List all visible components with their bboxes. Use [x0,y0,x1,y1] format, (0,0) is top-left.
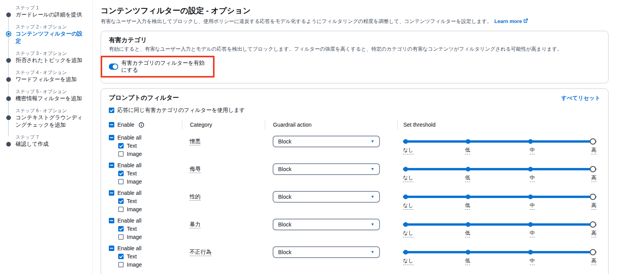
threshold-label-low[interactable]: 低 [465,230,470,237]
step-title[interactable]: コンテキストグラウンディングチェックを追加 [16,114,87,129]
image-checkbox[interactable] [118,207,124,212]
image-label: Image [127,206,142,212]
step-circle-icon [6,12,11,17]
image-checkbox[interactable] [118,151,124,157]
threshold-label-low[interactable]: 低 [465,174,470,182]
reset-all-link[interactable]: すべてリセット [561,95,600,102]
threshold-slider[interactable] [403,165,596,173]
enable-all-label: Enable all [117,245,142,251]
step-circle-active-icon [6,31,11,37]
enable-all-checkbox[interactable] [109,163,114,168]
threshold-label-high[interactable]: 高 [591,230,596,237]
threshold-label-none[interactable]: なし [403,174,413,182]
step-title[interactable]: コンテンツフィルターの設定 [16,30,87,45]
slider-handle[interactable] [590,166,596,172]
threshold-label-none[interactable]: なし [403,257,413,265]
slider-handle[interactable] [590,194,596,200]
threshold-label-mid[interactable]: 中 [530,147,535,154]
image-checkbox[interactable] [118,179,124,184]
harmful-categories-title: 有害カテゴリ [109,36,600,44]
text-checkbox[interactable] [118,143,124,148]
sidebar-step-1[interactable]: ステップ 1 ガードレールの詳細を提供 [0,5,92,18]
slider-handle[interactable] [590,138,596,145]
text-checkbox[interactable] [118,226,124,232]
threshold-label-mid[interactable]: 中 [530,257,535,265]
page: ステップ 1 ガードレールの詳細を提供 ステップ 2 - オプション コンテンツ… [0,0,644,274]
chevron-down-icon: ▼ [371,167,374,171]
category-label[interactable]: 性的 [190,193,200,201]
text-checkbox[interactable] [118,171,124,176]
threshold-label-none[interactable]: なし [403,147,413,154]
sidebar-step-4[interactable]: ステップ 4 - オプション ワードフィルターを追加 [0,69,92,83]
threshold-label-high[interactable]: 高 [591,257,596,265]
slider-mark [528,222,533,227]
text-label: Text [127,253,137,260]
enable-all-checkbox[interactable] [109,190,114,196]
threshold-label-mid[interactable]: 中 [530,174,535,182]
enable-all-checkbox[interactable] [109,135,114,140]
filter-row-sexual: Enable all Text Image 性的 Block▼ なし 低 [109,189,600,213]
threshold-label-high[interactable]: 高 [591,174,596,182]
image-checkbox[interactable] [118,234,124,240]
guardrail-action-select[interactable]: Block▼ [273,219,380,230]
threshold-label-low[interactable]: 低 [465,147,470,154]
learn-more-link[interactable]: Learn more [494,18,522,24]
step-title[interactable]: ガードレールの詳細を提供 [16,11,82,18]
threshold-label-mid[interactable]: 中 [530,230,535,237]
step-label: ステップ 5 - オプション [16,88,92,95]
text-label: Text [127,198,137,204]
step-title[interactable]: 確認して作成 [16,140,49,148]
category-label[interactable]: 侮辱 [190,166,200,173]
enable-column-checkbox[interactable] [109,122,114,127]
image-checkbox[interactable] [118,262,124,267]
enable-all-label: Enable all [117,190,142,196]
sidebar-step-3[interactable]: ステップ 3 - オプション 拒否されたトピックを追加 [0,50,92,64]
threshold-label-none[interactable]: なし [403,230,413,237]
prompt-filters-card: プロンプトのフィルター すべてリセット 応答に同じ有害カテゴリのフィルターを使用… [101,88,609,274]
step-title[interactable]: 機密情報フィルターを追加 [16,95,82,102]
threshold-slider[interactable] [403,220,596,229]
step-circle-icon [6,96,11,101]
text-checkbox[interactable] [118,254,124,259]
use-same-filter-checkbox[interactable] [109,108,114,113]
text-checkbox[interactable] [118,198,124,204]
selected-action: Block [278,138,291,145]
sidebar-step-5[interactable]: ステップ 5 - オプション 機密情報フィルターを追加 [0,88,92,102]
guardrail-action-select[interactable]: Block▼ [273,246,380,258]
action-column-label: Guardrail action [265,120,397,129]
threshold-slider[interactable] [403,248,596,256]
category-label[interactable]: 憎悪 [190,138,200,145]
threshold-label-high[interactable]: 高 [591,147,596,154]
guardrail-action-select[interactable]: Block▼ [273,136,380,147]
enable-all-checkbox[interactable] [109,218,114,223]
threshold-label-low[interactable]: 低 [465,257,470,265]
slider-handle[interactable] [590,221,596,228]
sidebar-step-7[interactable]: ステップ 7 確認して作成 [0,134,92,148]
filter-row-hate: Enable all Text Image 憎悪 Block▼ なし 低 [109,133,600,158]
step-title[interactable]: ワードフィルターを追加 [16,76,76,83]
harmful-filter-toggle[interactable] [109,64,118,70]
threshold-slider[interactable] [403,193,596,201]
sidebar-step-6[interactable]: ステップ 6 - オプション コンテキストグラウンディングチェックを追加 [0,108,92,129]
category-label[interactable]: 暴力 [190,221,200,228]
chevron-down-icon: ▼ [371,140,374,143]
category-label[interactable]: 不正行為 [190,249,211,256]
enable-all-label: Enable all [117,134,142,141]
guardrail-action-select[interactable]: Block▼ [273,163,380,175]
slider-mark [403,222,408,227]
slider-mark [403,250,408,255]
use-same-filter-label: 応答に同じ有害カテゴリのフィルターを使用します [117,107,245,114]
threshold-label-high[interactable]: 高 [591,202,596,210]
guardrail-action-select[interactable]: Block▼ [273,191,380,203]
threshold-label-low[interactable]: 低 [465,202,470,210]
step-title[interactable]: 拒否されたトピックを追加 [16,57,82,64]
slider-handle[interactable] [590,249,596,255]
threshold-column-label: Set threshold [397,120,600,129]
info-icon[interactable] [138,122,144,128]
sidebar-step-2-active[interactable]: ステップ 2 - オプション コンテンツフィルターの設定 [0,24,92,45]
slider-mark [528,139,533,144]
threshold-label-none[interactable]: なし [403,202,413,210]
threshold-slider[interactable] [403,137,596,146]
threshold-label-mid[interactable]: 中 [530,202,535,210]
enable-all-checkbox[interactable] [109,246,114,251]
